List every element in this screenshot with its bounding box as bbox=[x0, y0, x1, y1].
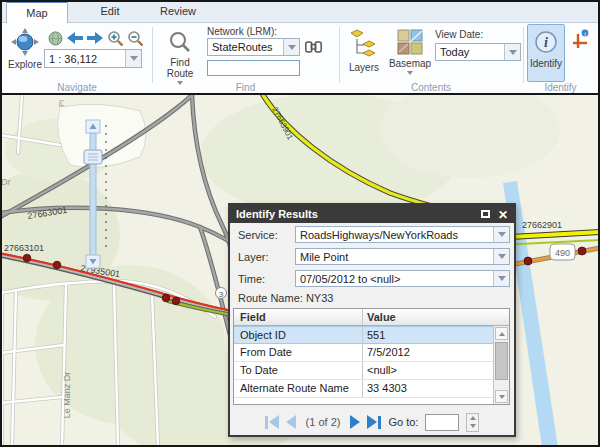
layer-combo[interactable]: Mile Point bbox=[295, 248, 510, 265]
group-contents: Layers Basemap View Date: bbox=[341, 23, 521, 95]
ribbon: Explore bbox=[0, 23, 600, 95]
find-route-magnifier-icon bbox=[168, 30, 192, 56]
previous-extent-arrow-icon[interactable] bbox=[66, 31, 84, 47]
time-label: Time: bbox=[238, 273, 265, 285]
table-header-row: Field Value bbox=[234, 309, 509, 326]
search-binoculars-icon[interactable] bbox=[305, 40, 322, 56]
ribbon-separator bbox=[152, 27, 153, 83]
previous-page-button[interactable] bbox=[286, 415, 296, 429]
map-scale-dropdown-button[interactable] bbox=[125, 50, 141, 67]
basemap-tiles-icon bbox=[397, 29, 423, 57]
close-icon[interactable]: ✕ bbox=[498, 206, 508, 224]
time-dropdown-button[interactable] bbox=[493, 271, 509, 286]
network-lrm-label: Network (LRM): bbox=[207, 26, 277, 37]
network-lrm-combo[interactable]: StateRoutes bbox=[207, 38, 300, 56]
last-page-button[interactable] bbox=[367, 415, 381, 429]
route-filter-input[interactable] bbox=[207, 60, 300, 76]
table-row[interactable]: To Date <null> bbox=[234, 362, 493, 380]
view-date-combo[interactable]: Today bbox=[435, 43, 521, 61]
full-extent-globe-icon[interactable] bbox=[48, 31, 63, 48]
street-label-le-manz-dr: Le Manz Dr bbox=[62, 372, 72, 419]
ribbon-tabstrip: Map Edit Review bbox=[0, 0, 600, 23]
view-date-label: View Date: bbox=[435, 29, 483, 40]
dialog-title: Identify Results bbox=[236, 208, 318, 220]
layer-value: Mile Point bbox=[300, 249, 491, 264]
route-label-27662901: 27662901 bbox=[522, 220, 562, 230]
view-date-dropdown-button[interactable] bbox=[504, 44, 520, 60]
value-cell: 551 bbox=[367, 329, 385, 341]
svg-text:3: 3 bbox=[219, 290, 224, 299]
table-row[interactable]: From Date 7/5/2012 bbox=[234, 344, 493, 362]
table-row[interactable]: Alternate Route Name 33 4303 bbox=[234, 380, 493, 398]
value-cell: <null> bbox=[367, 364, 397, 376]
group-navigate: Explore bbox=[4, 23, 150, 95]
route-name-row: Route Name: NY33 bbox=[238, 292, 333, 304]
group-find: Find Route Network (LRM): StateRoutes bbox=[154, 23, 337, 95]
identify-button[interactable]: i Identify bbox=[527, 24, 565, 82]
ribbon-separator bbox=[339, 27, 340, 83]
next-page-button[interactable] bbox=[350, 415, 360, 429]
goto-page-input[interactable] bbox=[425, 414, 459, 431]
svg-text:490: 490 bbox=[555, 248, 570, 258]
map-scale-value: 1 : 36,112 bbox=[49, 50, 123, 67]
scroll-down-icon[interactable] bbox=[495, 390, 508, 403]
maximize-icon[interactable] bbox=[481, 210, 490, 218]
value-cell: 33 4303 bbox=[367, 382, 407, 394]
attribute-table: Field Value Object ID 551 From Date 7/5/… bbox=[233, 308, 510, 405]
service-combo[interactable]: RoadsHighways/NewYorkRoads bbox=[295, 226, 510, 243]
page-indicator: (1 of 2) bbox=[306, 416, 341, 428]
identify-label: Identify bbox=[530, 58, 562, 69]
ribbon-map-divider bbox=[0, 93, 600, 95]
zoom-in-icon[interactable] bbox=[107, 30, 124, 49]
contents-group-label: Contents bbox=[341, 82, 521, 93]
next-extent-arrow-icon[interactable] bbox=[86, 31, 104, 47]
service-value: RoadsHighways/NewYorkRoads bbox=[300, 227, 491, 242]
layer-dropdown-button[interactable] bbox=[493, 249, 509, 264]
identify-route-location-icon[interactable]: i bbox=[570, 29, 590, 51]
map-scale-combo[interactable]: 1 : 36,112 bbox=[44, 49, 142, 68]
route-name-value: NY33 bbox=[306, 292, 334, 304]
basemap-dropdown-caret[interactable] bbox=[407, 71, 413, 75]
tab-review[interactable]: Review bbox=[144, 1, 212, 23]
identify-info-icon: i bbox=[533, 29, 559, 57]
time-value: 07/05/2012 to <null> bbox=[300, 271, 491, 286]
basemap-button[interactable]: Basemap bbox=[387, 26, 433, 88]
field-cell: From Date bbox=[240, 346, 292, 358]
results-pager: (1 of 2) Go to: bbox=[230, 409, 514, 435]
spinner-up-icon[interactable] bbox=[470, 416, 476, 420]
first-page-button[interactable] bbox=[265, 415, 279, 429]
spinner-down-icon[interactable] bbox=[470, 424, 476, 428]
explore-button[interactable]: Explore bbox=[4, 27, 46, 79]
scroll-up-icon[interactable] bbox=[495, 327, 508, 340]
tab-map[interactable]: Map bbox=[6, 1, 68, 23]
goto-spinner[interactable] bbox=[466, 413, 479, 432]
event-editor-window: Map Edit Review Explore bbox=[0, 0, 600, 447]
basemap-label: Basemap bbox=[389, 58, 431, 69]
layers-button[interactable]: Layers bbox=[343, 26, 385, 84]
service-dropdown-button[interactable] bbox=[493, 227, 509, 242]
identify-group-label: Identify bbox=[525, 82, 596, 93]
table-row[interactable]: Object ID 551 bbox=[234, 326, 493, 344]
layers-tree-icon bbox=[350, 29, 378, 61]
junction-marker-3: 3 bbox=[216, 288, 227, 299]
find-route-button[interactable]: Find Route bbox=[157, 25, 203, 87]
time-combo[interactable]: 07/05/2012 to <null> bbox=[295, 270, 510, 287]
explore-pan-icon bbox=[11, 28, 39, 58]
explore-label: Explore bbox=[8, 59, 42, 70]
layers-label: Layers bbox=[349, 62, 379, 73]
tab-edit[interactable]: Edit bbox=[78, 1, 142, 23]
scrollbar-thumb[interactable] bbox=[495, 342, 508, 380]
find-group-label: Find bbox=[154, 82, 337, 93]
value-column-header: Value bbox=[367, 311, 396, 323]
zoom-out-icon[interactable] bbox=[127, 30, 144, 49]
value-cell: 7/5/2012 bbox=[367, 346, 410, 358]
network-lrm-value: StateRoutes bbox=[212, 39, 281, 55]
dialog-titlebar[interactable]: Identify Results ✕ bbox=[230, 205, 514, 223]
network-lrm-dropdown-button[interactable] bbox=[283, 39, 299, 55]
route-shield-490: 490 bbox=[550, 244, 575, 260]
table-scrollbar[interactable] bbox=[493, 326, 509, 404]
route-filter-value bbox=[212, 61, 281, 75]
svg-text:i: i bbox=[544, 35, 548, 50]
street-label-dr: Dr bbox=[1, 177, 11, 187]
layer-label: Layer: bbox=[238, 251, 269, 263]
